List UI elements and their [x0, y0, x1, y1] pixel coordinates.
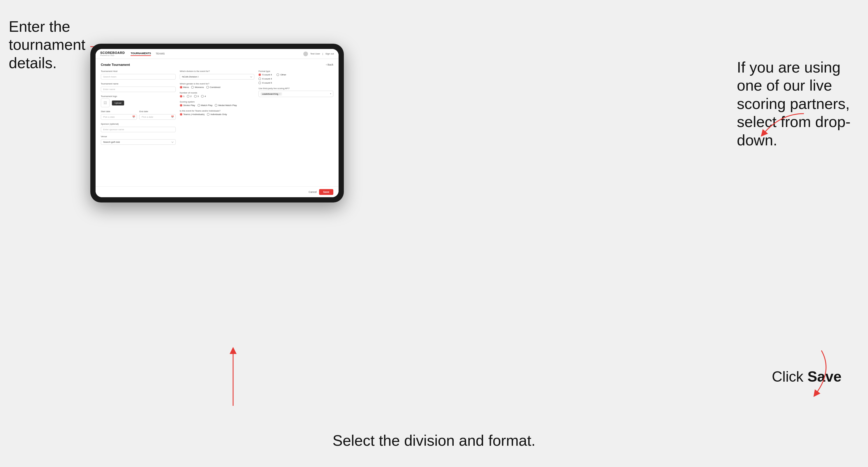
format-label: Format type: [258, 70, 333, 72]
name-field-group: Tournament name: [101, 83, 176, 92]
team-individuals-radio[interactable]: [207, 113, 210, 116]
back-link[interactable]: Back: [326, 63, 333, 66]
rounds-3-radio[interactable]: [194, 95, 197, 98]
rounds-2-label: 2: [190, 95, 191, 98]
form-col-3: Format type 5 count 4: [258, 70, 333, 148]
scoring-match-radio[interactable]: [197, 104, 200, 106]
tablet-screen: SCOREBOARD Powered by Clippi TOURNAMENTS…: [96, 49, 339, 197]
annotation-bottom-right: Click Save: [772, 368, 859, 385]
chip-dropdown-icon[interactable]: ▾: [330, 93, 331, 95]
gender-field-group: Which gender is the event for? Mens Wome…: [180, 83, 255, 89]
team-radio-row: Teams (+Individuals) Individuals Only: [180, 113, 255, 116]
logo-label: Tournament logo: [101, 95, 176, 98]
team-teams[interactable]: Teams (+Individuals): [180, 113, 205, 116]
nav-links: TOURNAMENTS TEAMS: [130, 52, 165, 56]
team-individuals-label: Individuals Only: [210, 113, 227, 116]
cancel-button[interactable]: Cancel: [309, 190, 317, 193]
sponsor-field-group: Sponsor (optional): [101, 123, 176, 132]
rounds-3[interactable]: 3: [194, 95, 199, 98]
save-button[interactable]: Save: [319, 189, 333, 195]
scoring-stroke-radio[interactable]: [180, 104, 182, 106]
calendar-icon-start: 📅: [132, 115, 135, 118]
team-teams-radio[interactable]: [180, 113, 182, 116]
format-6count4-radio[interactable]: [258, 77, 261, 80]
dates-field-group: Start date 📅 End date 📅: [101, 110, 176, 120]
rounds-2[interactable]: 2: [187, 95, 191, 98]
format-other[interactable]: Other: [277, 73, 286, 76]
venue-field-group: Venue Search golf club: [101, 135, 176, 145]
sponsor-label: Sponsor (optional): [101, 123, 176, 125]
end-label: End date: [139, 110, 176, 113]
format-col-left: 5 count 4 6 count 4 6 count 5: [258, 73, 272, 84]
scoring-medal-radio[interactable]: [215, 104, 217, 106]
scoring-stroke[interactable]: Stroke Play: [180, 104, 195, 106]
scoring-match[interactable]: Match Play: [197, 104, 213, 106]
team-individuals[interactable]: Individuals Only: [207, 113, 227, 116]
team-field-group: Is this event for Teams and/or Individua…: [180, 110, 255, 116]
host-input[interactable]: [101, 74, 176, 80]
start-date-input[interactable]: [101, 114, 137, 120]
scoring-medal[interactable]: Medal Match Play: [215, 104, 237, 106]
gender-womens-label: Womens: [195, 86, 204, 89]
api-chip-value: Leaderboard King: [262, 93, 278, 95]
brand-logo: SCOREBOARD Powered by Clippi: [100, 51, 125, 56]
gender-mens[interactable]: Mens: [180, 86, 189, 89]
gender-mens-radio[interactable]: [180, 86, 182, 89]
api-chip: Leaderboard King ×: [260, 92, 282, 96]
scoring-field-group: Scoring system Stroke Play Match Play: [180, 100, 255, 106]
gender-womens[interactable]: Womens: [191, 86, 204, 89]
api-field-group: Use third-party live scoring API? Leader…: [258, 87, 333, 97]
format-other-radio[interactable]: [277, 73, 279, 76]
api-chip-input[interactable]: Leaderboard King × ▾: [258, 91, 333, 97]
gender-combined-label: Combined: [210, 86, 220, 89]
start-date-wrap: 📅: [101, 114, 137, 120]
logo-field-group: Tournament logo 🖼 Upload: [101, 95, 176, 107]
annotation-top-right: If you are using one of our live scoring…: [737, 58, 859, 149]
format-6count4[interactable]: 6 count 4: [258, 77, 272, 80]
format-6count5[interactable]: 6 count 5: [258, 82, 272, 84]
sponsor-input[interactable]: [101, 127, 176, 132]
rounds-2-radio[interactable]: [187, 95, 189, 98]
format-field-group: Format type 5 count 4: [258, 70, 333, 84]
nav-teams[interactable]: TEAMS: [156, 52, 165, 56]
rounds-4[interactable]: 4: [201, 95, 206, 98]
rounds-1-radio[interactable]: [180, 95, 182, 98]
form-title: Create Tournament: [101, 63, 130, 66]
date-row: Start date 📅 End date 📅: [101, 110, 176, 120]
scoring-medal-label: Medal Match Play: [218, 104, 237, 106]
rounds-3-label: 3: [197, 95, 199, 98]
rounds-4-radio[interactable]: [201, 95, 204, 98]
host-field-group: Tournament Host: [101, 70, 176, 80]
gender-womens-radio[interactable]: [191, 86, 194, 89]
nav-bar: SCOREBOARD Powered by Clippi TOURNAMENTS…: [96, 49, 339, 59]
gender-radio-row: Mens Womens Combined: [180, 86, 255, 89]
start-date-group: Start date 📅: [101, 110, 137, 120]
chip-remove-icon[interactable]: ×: [279, 93, 281, 95]
nav-tournaments[interactable]: TOURNAMENTS: [130, 52, 151, 56]
form-columns: Tournament Host Tournament name Tourname…: [101, 70, 333, 148]
venue-select[interactable]: Search golf club: [101, 139, 176, 145]
brand-sub: Powered by Clippi: [100, 55, 125, 56]
sign-out-link[interactable]: Sign out: [326, 53, 334, 55]
nav-right: Test User | Sign out: [303, 52, 334, 56]
gender-combined-radio[interactable]: [206, 86, 209, 89]
format-5count4-radio[interactable]: [258, 73, 261, 76]
end-date-group: End date 📅: [139, 110, 176, 120]
upload-button[interactable]: Upload: [112, 100, 124, 105]
rounds-1[interactable]: 1: [180, 95, 184, 98]
nav-separator: |: [322, 53, 323, 55]
host-label: Tournament Host: [101, 70, 176, 72]
scoring-stroke-label: Stroke Play: [183, 104, 195, 106]
division-select[interactable]: NCAA Division I: [180, 74, 255, 80]
format-6count5-radio[interactable]: [258, 82, 261, 84]
rounds-4-label: 4: [205, 95, 206, 98]
team-teams-label: Teams (+Individuals): [183, 113, 205, 116]
scoring-radio-row: Stroke Play Match Play Medal Match Play: [180, 104, 255, 106]
gender-combined[interactable]: Combined: [206, 86, 220, 89]
format-5count4[interactable]: 5 count 4: [258, 73, 272, 76]
division-field-group: Which division is the event for? NCAA Di…: [180, 70, 255, 80]
end-date-input[interactable]: [139, 114, 176, 120]
form-container: Create Tournament Back Tournament Host T…: [96, 59, 339, 186]
name-input[interactable]: [101, 87, 176, 92]
gender-label: Which gender is the event for?: [180, 83, 255, 85]
